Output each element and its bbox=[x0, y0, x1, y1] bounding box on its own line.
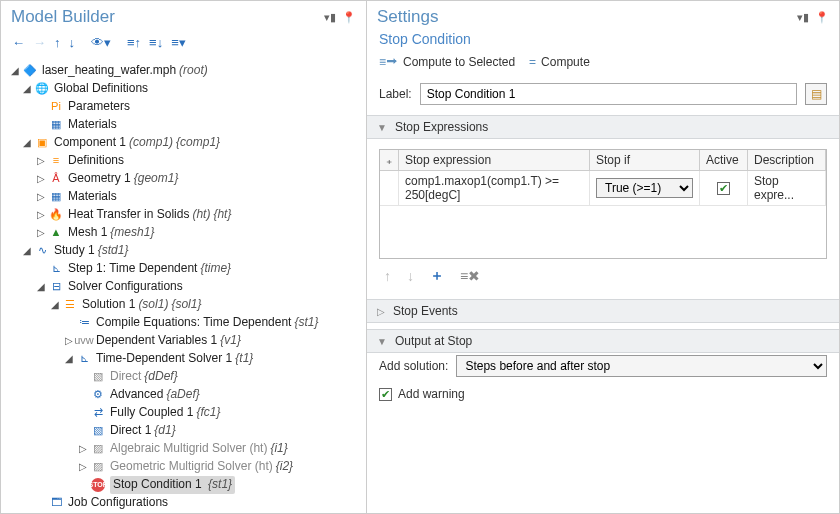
multigrid-icon: ▨ bbox=[90, 441, 106, 457]
tree-advanced[interactable]: · ⚙ Advanced {aDef} bbox=[7, 386, 360, 404]
expand-toggle[interactable]: ◢ bbox=[21, 82, 33, 97]
expand-toggle[interactable]: ◢ bbox=[35, 280, 47, 295]
minimize-icon[interactable]: ▾▮ bbox=[324, 11, 336, 24]
model-builder-title-controls: ▾▮ 📍 bbox=[324, 11, 356, 24]
down-button[interactable]: ↓ bbox=[66, 33, 79, 52]
minimize-icon[interactable]: ▾▮ bbox=[797, 11, 809, 24]
expand-toggle[interactable]: ◢ bbox=[63, 352, 75, 367]
tree-materials-global[interactable]: · ▦ Materials bbox=[7, 116, 360, 134]
settings-panel: Settings ▾▮ 📍 Stop Condition ≡⮕ Compute … bbox=[366, 0, 840, 514]
tree-heat-transfer[interactable]: ▷ 🔥 Heat Transfer in Solids (ht) {ht} bbox=[7, 206, 360, 224]
stopif-select[interactable]: True (>=1) bbox=[596, 178, 693, 198]
cell-active[interactable]: ✔ bbox=[700, 171, 748, 206]
expand-toggle[interactable]: ▷ bbox=[35, 154, 47, 169]
pin-icon[interactable]: 📍 bbox=[815, 11, 829, 24]
tree-solution[interactable]: ◢ ☰ Solution 1 (sol1) {sol1} bbox=[7, 296, 360, 314]
tree-view-dropdown[interactable]: ≡▾ bbox=[168, 33, 189, 52]
cell-expression[interactable]: comp1.maxop1(comp1.T) >= 250[degC] bbox=[399, 171, 590, 206]
heat-icon: 🔥 bbox=[48, 207, 64, 223]
delete-row-button[interactable]: ≡✖ bbox=[457, 268, 483, 284]
model-builder-title-bar: Model Builder ▾▮ 📍 bbox=[1, 1, 366, 31]
mesh-icon: ▲ bbox=[48, 225, 64, 241]
expand-toggle[interactable]: ▷ bbox=[63, 334, 75, 349]
forward-button[interactable]: → bbox=[30, 33, 49, 52]
back-button[interactable]: ← bbox=[9, 33, 28, 52]
table-row[interactable]: comp1.maxop1(comp1.T) >= 250[degC] True … bbox=[380, 171, 826, 206]
chevron-down-icon: ▼ bbox=[377, 122, 387, 133]
tree-gmg-solver[interactable]: ▷ ▨ Geometric Multigrid Solver (ht) {i2} bbox=[7, 458, 360, 476]
tree-fully-coupled[interactable]: · ⇄ Fully Coupled 1 {fc1} bbox=[7, 404, 360, 422]
active-checkbox[interactable]: ✔ bbox=[717, 182, 730, 195]
solver-cfg-icon: ⊟ bbox=[48, 279, 64, 295]
model-builder-title: Model Builder bbox=[11, 7, 115, 27]
expand-toggle[interactable]: ▷ bbox=[77, 442, 89, 457]
expand-toggle[interactable]: ▷ bbox=[35, 226, 47, 241]
compile-icon: ≔ bbox=[76, 315, 92, 331]
expand-toggle[interactable]: ◢ bbox=[21, 136, 33, 151]
tree-direct-ddef[interactable]: · ▧ Direct {dDef} bbox=[7, 368, 360, 386]
col-stopif[interactable]: Stop if bbox=[590, 150, 700, 171]
compute-to-selected-button[interactable]: ≡⮕ Compute to Selected bbox=[379, 55, 515, 69]
tree-solver-configurations[interactable]: ◢ ⊟ Solver Configurations bbox=[7, 278, 360, 296]
table-tools: ↑ ↓ ＋ ≡✖ bbox=[379, 259, 827, 289]
tree-results[interactable]: ▷ ▦ Results bbox=[7, 512, 360, 513]
move-up-button[interactable]: ↑ bbox=[381, 268, 394, 284]
add-row-button[interactable]: ＋ bbox=[427, 267, 447, 285]
compute-button[interactable]: = Compute bbox=[529, 55, 590, 69]
tree-compile-equations[interactable]: · ≔ Compile Equations: Time Dependent {s… bbox=[7, 314, 360, 332]
tree-amg-solver[interactable]: ▷ ▨ Algebraic Multigrid Solver (ht) {i1} bbox=[7, 440, 360, 458]
root-icon: 🔷 bbox=[22, 63, 38, 79]
model-builder-toolbar: ← → ↑ ↓ 👁▾ ≡↑ ≡↓ ≡▾ bbox=[1, 31, 366, 58]
section-stop-expressions-body: ₊ Stop expression Stop if Active Descrip… bbox=[367, 139, 839, 299]
tree-step-time-dependent[interactable]: · ⊾ Step 1: Time Dependent {time} bbox=[7, 260, 360, 278]
expand-all-button[interactable]: ≡↓ bbox=[146, 33, 166, 52]
tree-component[interactable]: ◢ ▣ Component 1 (comp1) {comp1} bbox=[7, 134, 360, 152]
model-tree[interactable]: ◢ 🔷 laser_heating_wafer.mph (root) ◢ 🌐 G… bbox=[1, 58, 366, 513]
tree-stop-condition[interactable]: · STOP Stop Condition 1 {st1} bbox=[7, 476, 360, 494]
col-desc[interactable]: Description bbox=[748, 150, 826, 171]
tree-materials-component[interactable]: ▷ ▦ Materials bbox=[7, 188, 360, 206]
col-active[interactable]: Active bbox=[700, 150, 748, 171]
expand-toggle[interactable]: ◢ bbox=[9, 64, 21, 79]
expand-toggle[interactable]: ▷ bbox=[77, 460, 89, 475]
tree-time-dependent-solver[interactable]: ◢ ⊾ Time-Dependent Solver 1 {t1} bbox=[7, 350, 360, 368]
add-solution-select[interactable]: Steps before and after stop bbox=[456, 355, 827, 377]
section-stop-expressions-head[interactable]: ▼ Stop Expressions bbox=[367, 115, 839, 139]
col-expand[interactable]: ₊ bbox=[380, 150, 399, 171]
expand-toggle[interactable]: ▷ bbox=[35, 172, 47, 187]
tree-dependent-variables[interactable]: ▷ uvw Dependent Variables 1 {v1} bbox=[7, 332, 360, 350]
globe-icon: 🌐 bbox=[34, 81, 50, 97]
tag-icon: ▤ bbox=[811, 87, 822, 101]
expand-toggle[interactable]: ◢ bbox=[21, 244, 33, 259]
expand-toggle[interactable]: ▷ bbox=[35, 208, 47, 223]
tree-root[interactable]: ◢ 🔷 laser_heating_wafer.mph (root) bbox=[7, 62, 360, 80]
tree-mesh[interactable]: ▷ ▲ Mesh 1 {mesh1} bbox=[7, 224, 360, 242]
tree-global-definitions[interactable]: ◢ 🌐 Global Definitions bbox=[7, 80, 360, 98]
add-warning-checkbox[interactable]: ✔ bbox=[379, 388, 392, 401]
collapse-all-button[interactable]: ≡↑ bbox=[124, 33, 144, 52]
tree-direct1[interactable]: · ▧ Direct 1 {d1} bbox=[7, 422, 360, 440]
label-caption: Label: bbox=[379, 87, 412, 101]
show-dropdown[interactable]: 👁▾ bbox=[88, 33, 114, 52]
tree-parameters[interactable]: · Pi Parameters bbox=[7, 98, 360, 116]
expand-toggle[interactable]: ◢ bbox=[49, 298, 61, 313]
tree-job-configurations[interactable]: · 🗔 Job Configurations bbox=[7, 494, 360, 512]
label-tag-button[interactable]: ▤ bbox=[805, 83, 827, 105]
section-stop-events-head[interactable]: ▷ Stop Events bbox=[367, 299, 839, 323]
section-output-head[interactable]: ▼ Output at Stop bbox=[367, 329, 839, 353]
materials-icon: ▦ bbox=[48, 189, 64, 205]
label-input[interactable] bbox=[420, 83, 797, 105]
stop-expressions-table[interactable]: ₊ Stop expression Stop if Active Descrip… bbox=[380, 150, 826, 206]
pi-icon: Pi bbox=[48, 99, 64, 115]
pin-icon[interactable]: 📍 bbox=[342, 11, 356, 24]
tree-study[interactable]: ◢ ∿ Study 1 {std1} bbox=[7, 242, 360, 260]
cell-desc[interactable]: Stop expre... bbox=[748, 171, 826, 206]
move-down-button[interactable]: ↓ bbox=[404, 268, 417, 284]
col-expression[interactable]: Stop expression bbox=[399, 150, 590, 171]
tree-definitions[interactable]: ▷ ≡ Definitions bbox=[7, 152, 360, 170]
compute-icon: = bbox=[529, 55, 536, 69]
expand-toggle[interactable]: ▷ bbox=[35, 190, 47, 205]
cell-stopif[interactable]: True (>=1) bbox=[590, 171, 700, 206]
tree-geometry[interactable]: ▷ Å Geometry 1 {geom1} bbox=[7, 170, 360, 188]
up-button[interactable]: ↑ bbox=[51, 33, 64, 52]
